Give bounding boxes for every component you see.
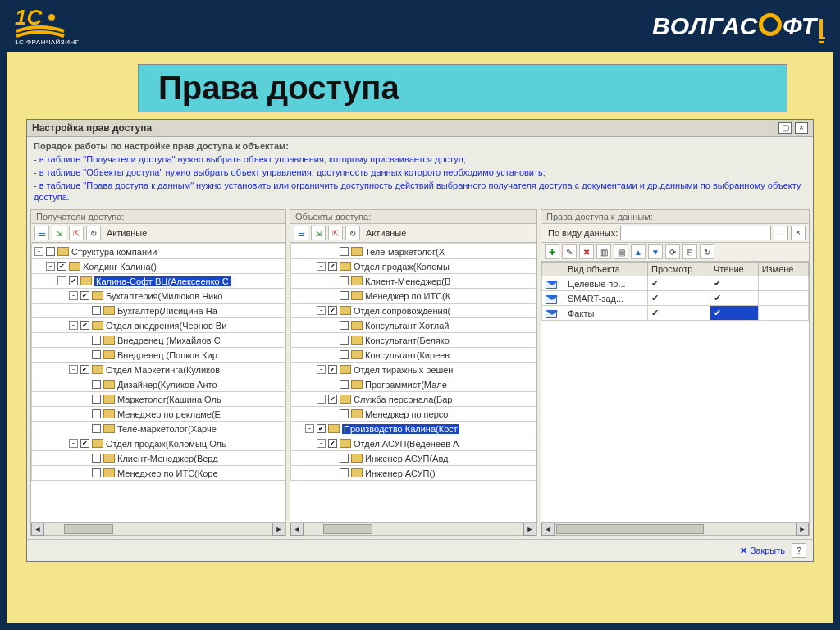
window-close-button[interactable]: × bbox=[795, 122, 808, 134]
tree-row[interactable]: Маркетолог(Кашина Оль bbox=[32, 392, 285, 407]
tree-row[interactable]: -✔Отдел продаж(Коломыц Оль bbox=[32, 436, 285, 451]
row-checkbox[interactable] bbox=[340, 291, 349, 300]
tree-row[interactable]: Консультант(Киреев bbox=[291, 348, 536, 363]
expand-toggle[interactable]: - bbox=[34, 247, 43, 256]
tree-row[interactable]: Консультант Хотлай bbox=[291, 318, 536, 333]
row-checkbox[interactable] bbox=[46, 247, 55, 256]
rights-cell-read[interactable]: ✔ bbox=[710, 306, 759, 321]
col-object-type[interactable]: Вид объекта bbox=[564, 262, 648, 276]
recipients-tree[interactable]: -Структура компании-✔Холдинг Калина()-✔К… bbox=[31, 243, 285, 522]
row-checkbox[interactable] bbox=[92, 468, 101, 477]
rights-row[interactable]: Целевые по...✔✔ bbox=[542, 276, 809, 291]
row-checkbox[interactable]: ✔ bbox=[80, 365, 89, 374]
tree-row[interactable]: Инженер АСУП() bbox=[291, 466, 536, 481]
help-button[interactable]: ? bbox=[792, 543, 806, 558]
rights-btn-del[interactable]: ✖ bbox=[579, 244, 594, 259]
tree-row[interactable]: -✔Отдел внедрения(Чернов Ви bbox=[32, 318, 285, 333]
tree-row[interactable]: Консультант(Беляко bbox=[291, 333, 536, 348]
row-checkbox[interactable] bbox=[340, 409, 349, 418]
tree-row[interactable]: Внедренец (Попков Кир bbox=[32, 348, 285, 363]
expand-toggle[interactable]: - bbox=[317, 365, 326, 374]
tree-row[interactable]: Менеджер по рекламе(Е bbox=[32, 407, 285, 422]
row-checkbox[interactable]: ✔ bbox=[69, 276, 78, 285]
active-filter-label[interactable]: Активные bbox=[107, 228, 147, 238]
tree-row[interactable]: -✔Бухгалтерия(Милюков Нико bbox=[32, 289, 285, 304]
expand-toggle[interactable]: - bbox=[69, 291, 78, 300]
tree-row[interactable]: Инженер АСУП(Авд bbox=[291, 451, 536, 466]
row-checkbox[interactable] bbox=[340, 350, 349, 359]
row-checkbox[interactable] bbox=[92, 395, 101, 404]
row-checkbox[interactable]: ✔ bbox=[80, 439, 89, 448]
row-checkbox[interactable]: ✔ bbox=[328, 262, 337, 271]
expand-toggle[interactable]: - bbox=[317, 262, 326, 271]
tree-row[interactable]: -Структура компании bbox=[32, 244, 285, 259]
row-checkbox[interactable] bbox=[92, 454, 101, 463]
rights-cell-edit[interactable] bbox=[758, 276, 808, 291]
row-checkbox[interactable]: ✔ bbox=[328, 365, 337, 374]
tree-row[interactable]: -✔Отдел АСУП(Веденеев А bbox=[291, 436, 536, 451]
tree-row[interactable]: Дизайнер(Куликов Анто bbox=[32, 377, 285, 392]
expand-toggle[interactable]: - bbox=[317, 439, 326, 448]
rights-row[interactable]: Факты✔✔ bbox=[542, 306, 809, 321]
row-checkbox[interactable]: ✔ bbox=[328, 439, 337, 448]
toolbar-btn-refresh[interactable]: ↻ bbox=[86, 226, 101, 240]
expand-toggle[interactable]: - bbox=[69, 365, 78, 374]
expand-toggle[interactable]: - bbox=[317, 306, 326, 315]
rights-btn-5[interactable]: ▤ bbox=[614, 244, 628, 259]
rights-btn-add[interactable]: ✚ bbox=[545, 244, 559, 259]
filter-clear-button[interactable]: × bbox=[791, 226, 806, 240]
row-checkbox[interactable] bbox=[340, 321, 349, 330]
row-checkbox[interactable] bbox=[92, 336, 101, 345]
row-checkbox[interactable]: ✔ bbox=[317, 424, 326, 433]
tree-row[interactable]: Внедренец (Михайлов С bbox=[32, 333, 285, 348]
tree-row[interactable]: Теле-маркетолог(Х bbox=[291, 244, 536, 259]
expand-toggle[interactable]: - bbox=[57, 276, 66, 285]
col-view[interactable]: Просмотр bbox=[648, 262, 710, 276]
row-checkbox[interactable]: ✔ bbox=[328, 395, 337, 404]
expand-toggle[interactable]: - bbox=[317, 395, 326, 404]
toolbar-btn-refresh[interactable]: ↻ bbox=[345, 226, 360, 240]
active-filter-label[interactable]: Активные bbox=[366, 228, 406, 238]
rights-btn-4[interactable]: ▥ bbox=[596, 244, 611, 259]
row-checkbox[interactable]: ✔ bbox=[80, 321, 89, 330]
rights-row[interactable]: SMART-зад...✔✔ bbox=[542, 291, 809, 306]
row-checkbox[interactable]: ✔ bbox=[80, 291, 89, 300]
tree-row[interactable]: -✔Холдинг Калина() bbox=[32, 259, 285, 274]
row-checkbox[interactable]: ✔ bbox=[57, 262, 66, 271]
objects-hscroll[interactable]: ◄► bbox=[290, 522, 536, 535]
rights-cell-view[interactable]: ✔ bbox=[648, 306, 710, 321]
toolbar-btn-expand[interactable]: ⇲ bbox=[52, 226, 66, 240]
tree-row[interactable]: Клиент-Менеджер(Верд bbox=[32, 451, 285, 466]
rights-grid-wrap[interactable]: Вид объекта Просмотр Чтение Измене Целев… bbox=[541, 262, 809, 522]
tree-row[interactable]: Менеджер по ИТС(К bbox=[291, 289, 536, 304]
col-edit[interactable]: Измене bbox=[758, 262, 808, 276]
rights-btn-9[interactable]: ⎘ bbox=[682, 244, 697, 259]
rights-btn-down[interactable]: ▼ bbox=[648, 244, 663, 259]
rights-btn-edit[interactable]: ✎ bbox=[562, 244, 577, 259]
filter-input[interactable] bbox=[620, 226, 771, 240]
row-checkbox[interactable] bbox=[92, 380, 101, 389]
tree-row[interactable]: -✔Производство Калина(Кост bbox=[291, 422, 536, 436]
expand-toggle[interactable]: - bbox=[305, 424, 314, 433]
row-checkbox[interactable] bbox=[92, 306, 101, 315]
toolbar-btn-expand[interactable]: ⇲ bbox=[311, 226, 326, 240]
tree-row[interactable]: -✔Отдел тиражных решен bbox=[291, 363, 536, 377]
rights-cell-view[interactable]: ✔ bbox=[648, 276, 710, 291]
rights-cell-read[interactable]: ✔ bbox=[710, 276, 759, 291]
row-checkbox[interactable] bbox=[92, 409, 101, 418]
row-checkbox[interactable] bbox=[92, 350, 101, 359]
rights-cell-edit[interactable] bbox=[758, 306, 808, 321]
tree-row[interactable]: Бухгалтер(Лисицина На bbox=[32, 304, 285, 318]
tree-row[interactable]: -✔Отдел Маркетинга(Куликов bbox=[32, 363, 285, 377]
expand-toggle[interactable]: - bbox=[69, 321, 78, 330]
tree-row[interactable]: Программист(Мале bbox=[291, 377, 536, 392]
tree-row[interactable]: Клиент-Менеджер(В bbox=[291, 274, 536, 289]
row-checkbox[interactable] bbox=[340, 336, 349, 345]
rights-cell-edit[interactable] bbox=[758, 291, 808, 306]
close-link[interactable]: ✕ Закрыть bbox=[740, 546, 785, 556]
row-checkbox[interactable] bbox=[340, 454, 349, 463]
tree-row[interactable]: -✔Калина-Софт ВЦ(Алексеенко С bbox=[32, 274, 285, 289]
toolbar-btn-1[interactable]: ☰ bbox=[294, 226, 308, 240]
row-checkbox[interactable] bbox=[92, 424, 101, 433]
rights-cell-view[interactable]: ✔ bbox=[648, 291, 710, 306]
